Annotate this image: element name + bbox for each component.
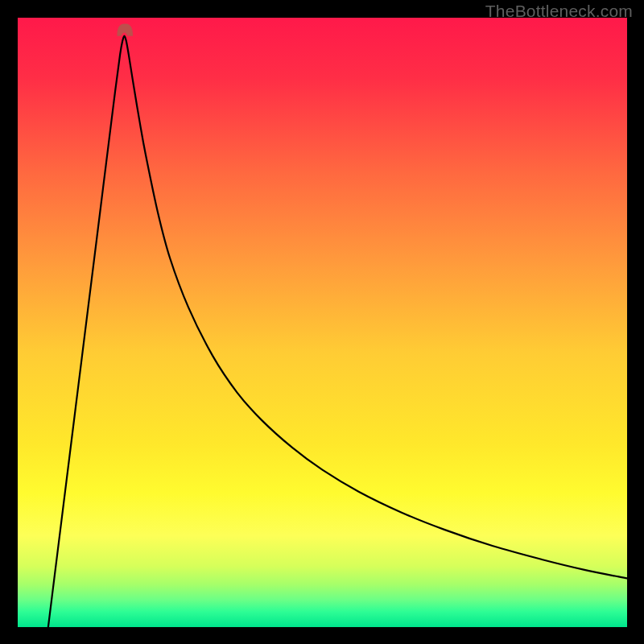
chart-overlay [18, 18, 627, 627]
bottleneck-notch-marker [117, 24, 133, 36]
chart-area [18, 18, 627, 627]
bottleneck-curve [48, 36, 627, 627]
